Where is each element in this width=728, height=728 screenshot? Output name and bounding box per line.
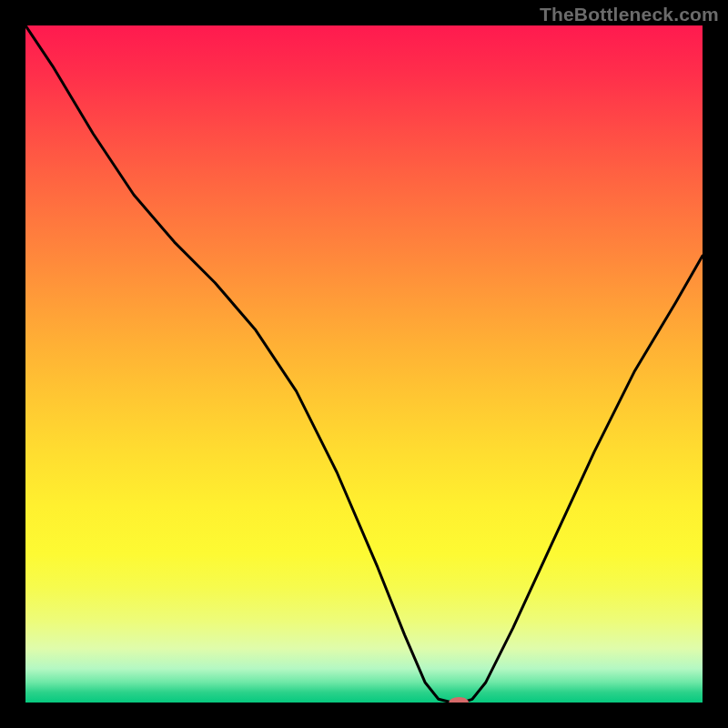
chart-stage: TheBottleneck.com — [0, 0, 728, 728]
curve-layer — [25, 25, 703, 703]
bottleneck-curve — [25, 25, 703, 703]
watermark-text: TheBottleneck.com — [540, 4, 719, 25]
plot-area — [25, 25, 703, 703]
minimum-marker — [449, 697, 469, 703]
